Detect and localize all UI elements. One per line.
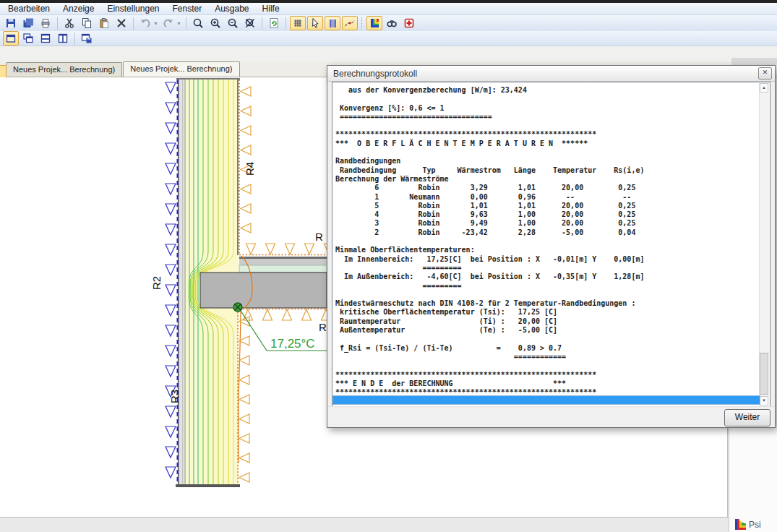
screed-layer	[239, 259, 327, 265]
insulation-layer	[239, 265, 327, 273]
boundary-label-r2: R2	[150, 276, 163, 290]
scroll-up-icon[interactable]: ▲	[760, 83, 768, 93]
app-window: { "menu": {"items": ["Bearbeiten", "Anze…	[0, 0, 777, 532]
floor-bottom-surface-triangles	[244, 309, 331, 320]
toolbar-separator	[74, 33, 75, 45]
menu-hilfe[interactable]: Hilfe	[256, 3, 286, 14]
wall-bottom-edge	[176, 484, 240, 487]
wall-top-edge	[176, 78, 240, 80]
menu-anzeige[interactable]: Anzeige	[56, 3, 100, 14]
document-tab-2[interactable]: Neues Projek... Berechnung)	[123, 61, 239, 77]
tile-horizontal-icon[interactable]	[38, 31, 53, 46]
menu-bar: BearbeitenAnzeigeEinstellungenFensterAus…	[0, 3, 777, 15]
vertical-scrollbar[interactable]: ▲ ▼	[759, 83, 769, 406]
toolbar-spacer	[0, 46, 777, 62]
menu-fenster[interactable]: Fenster	[166, 3, 208, 14]
boundary-label-floor-bottom: R	[319, 321, 327, 333]
toolbar-window	[0, 31, 777, 46]
exterior-surface-triangles	[166, 82, 176, 478]
undo-dropdown-icon[interactable]: ▼	[153, 21, 158, 26]
berechnungsprotokoll-dialog: Berechnungsprotokoll ✕ aus der Konvergen…	[327, 65, 776, 428]
psi-logo: Psi	[735, 519, 761, 530]
cut-icon[interactable]	[61, 16, 77, 30]
window-new-icon[interactable]	[3, 31, 19, 46]
grid-icon[interactable]	[290, 16, 306, 30]
toolbar-separator	[57, 17, 58, 30]
first-aid-icon[interactable]	[401, 16, 417, 30]
psi-label: Psi	[749, 520, 761, 530]
isotherm-legend-icon[interactable]	[366, 16, 382, 30]
document-tab-1[interactable]: Neues Projek... Berechnung)	[6, 62, 122, 77]
dialog-title: Berechnungsprotokoll	[333, 69, 417, 79]
paste-icon[interactable]	[96, 16, 112, 30]
boundary-label-r3: R3	[168, 390, 181, 403]
interior-surface-below-slab-triangles	[239, 317, 249, 482]
menu-einstellungen[interactable]: Einstellungen	[100, 3, 166, 14]
snap-cursor-icon[interactable]	[307, 16, 323, 30]
undo-icon[interactable]	[137, 16, 153, 30]
cascade-windows-icon[interactable]	[20, 31, 36, 46]
window-save-icon[interactable]	[79, 31, 95, 46]
boundary-label-r4: R4	[244, 162, 256, 176]
boundary-label-floor-top: R	[315, 231, 323, 243]
screed-top-edge	[239, 257, 327, 259]
redo-dropdown-icon[interactable]: ▼	[176, 21, 181, 26]
delete-icon[interactable]	[113, 16, 129, 30]
toolbar-main: ▼▼	[0, 15, 777, 31]
print-icon[interactable]	[38, 16, 53, 30]
min-temp-annotation: 17,25°C	[270, 337, 315, 351]
psi-l-icon	[735, 519, 746, 530]
protocol-text: aus der Konvergenzberechung [W/m]: 23,42…	[335, 86, 759, 405]
measure-icon[interactable]	[342, 16, 358, 30]
toolbar-separator	[262, 17, 262, 30]
binoculars-icon[interactable]	[384, 16, 400, 30]
zoom-icon[interactable]	[190, 16, 206, 30]
refresh-icon[interactable]	[266, 16, 282, 30]
toolbar-separator	[361, 17, 363, 30]
scrollbar-thumb[interactable]	[760, 353, 768, 395]
background-window-edge	[729, 428, 777, 532]
zoom-in-icon[interactable]	[207, 16, 223, 30]
progress-bar	[332, 395, 760, 405]
dialog-title-bar[interactable]: Berechnungsprotokoll ✕	[327, 66, 775, 82]
redo-icon[interactable]	[160, 16, 176, 30]
toolbar-separator	[133, 17, 134, 30]
dialog-footer: Weiter	[327, 406, 775, 427]
scroll-down-icon[interactable]: ▼	[760, 396, 768, 406]
floor-top-surface-triangles	[246, 244, 334, 254]
save-all-icon[interactable]	[20, 16, 36, 30]
menu-ausgabe[interactable]: Ausgabe	[208, 3, 255, 14]
zoom-out-icon[interactable]	[225, 16, 241, 30]
toolbar-separator	[186, 17, 186, 30]
layers-icon[interactable]	[325, 16, 340, 30]
save-icon[interactable]	[3, 16, 19, 30]
protocol-text-area: aus der Konvergenzberechung [W/m]: 23,42…	[332, 82, 770, 407]
weiter-button[interactable]: Weiter	[724, 409, 770, 426]
copy-icon[interactable]	[79, 16, 95, 30]
concrete-slab	[200, 273, 327, 308]
tile-vertical-icon[interactable]	[55, 31, 71, 46]
toolbar-separator	[286, 17, 286, 30]
zoom-off-icon[interactable]	[242, 16, 258, 30]
min-temp-marker	[233, 303, 242, 312]
background-window-fragment	[731, 58, 777, 65]
interior-surface-above-slab-triangles	[241, 87, 251, 233]
menu-bearbeiten[interactable]: Bearbeiten	[1, 3, 56, 14]
close-icon[interactable]: ✕	[758, 67, 772, 80]
